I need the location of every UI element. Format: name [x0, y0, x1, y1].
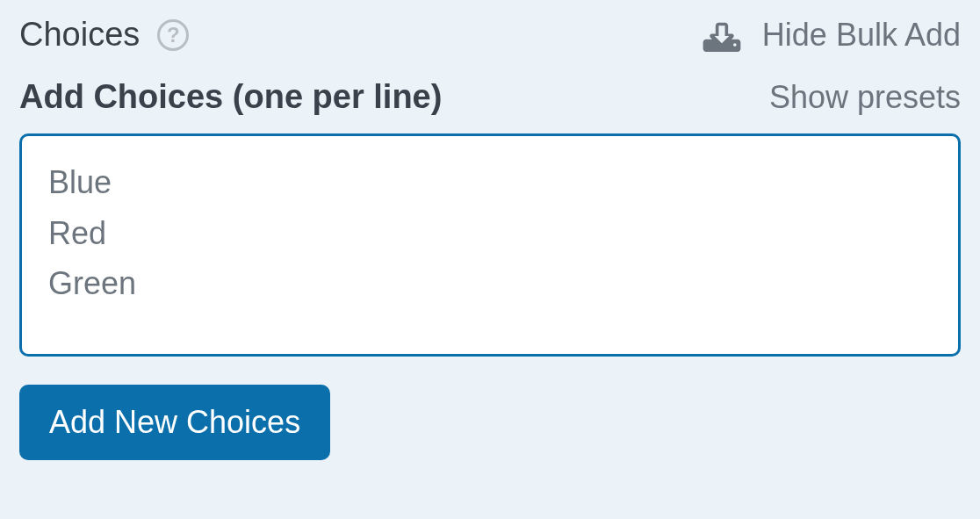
choices-textarea-wrap: [19, 133, 961, 360]
add-new-choices-button[interactable]: Add New Choices: [19, 385, 330, 460]
header-left: Choices ?: [19, 16, 189, 54]
hide-bulk-add-label: Hide Bulk Add: [762, 17, 961, 54]
choices-title: Choices: [19, 16, 140, 54]
show-presets-link[interactable]: Show presets: [769, 79, 961, 116]
help-icon[interactable]: ?: [157, 19, 189, 51]
subheader-row: Add Choices (one per line) Show presets: [19, 78, 961, 116]
hide-bulk-add-button[interactable]: Hide Bulk Add: [703, 17, 961, 54]
add-choices-label: Add Choices (one per line): [19, 78, 442, 116]
header-row: Choices ? Hide Bulk Add: [19, 16, 961, 54]
choices-textarea[interactable]: [19, 133, 961, 357]
upload-icon: [703, 18, 741, 52]
